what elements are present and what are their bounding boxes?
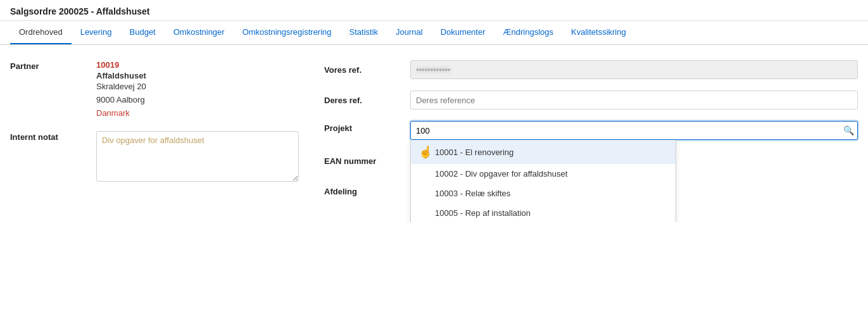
projekt-label: Projekt xyxy=(324,121,400,133)
tab-omkostninger[interactable]: Omkostninger xyxy=(165,21,234,44)
partner-value: 10019 Affaldshuset Skraldevej 20 9000 Aa… xyxy=(96,60,299,120)
partner-country: Danmark xyxy=(96,107,299,120)
projekt-search-button[interactable]: 🔍 xyxy=(839,121,858,140)
tab-dokumenter[interactable]: Dokumenter xyxy=(432,21,494,44)
deres-ref-input[interactable] xyxy=(410,91,858,110)
projekt-row: Projekt 🔍 ☝ 10001 - El renovering 1000 xyxy=(324,121,858,140)
dropdown-item[interactable]: 10003 - Relæ skiftes xyxy=(411,184,676,203)
dropdown-item-text: 10002 - Div opgaver for affaldshuset xyxy=(435,169,567,179)
projekt-input-wrap: 🔍 ☝ 10001 - El renovering 10002 - Div op… xyxy=(410,121,858,140)
search-icon: 🔍 xyxy=(843,125,854,135)
projekt-input-container: 🔍 xyxy=(410,121,858,140)
partner-label: Partner xyxy=(10,60,86,71)
form-content: Partner 10019 Affaldshuset Skraldevej 20… xyxy=(0,45,868,222)
vores-ref-input-wrap xyxy=(410,60,858,79)
internal-note-label: Internt notat xyxy=(10,131,86,142)
projekt-input[interactable] xyxy=(410,121,858,140)
dropdown-item[interactable]: 10005 - Rep af installation xyxy=(411,203,676,222)
dropdown-item-text: 10001 - El renovering xyxy=(435,148,513,157)
partner-address2: 9000 Aalborg xyxy=(96,94,299,107)
left-section: Partner 10019 Affaldshuset Skraldevej 20… xyxy=(10,60,299,212)
window-title: Salgsordre 200025 - Affaldshuset xyxy=(0,0,868,21)
tab-levering[interactable]: Levering xyxy=(72,21,121,44)
tab-budget[interactable]: Budget xyxy=(121,21,165,44)
projekt-dropdown-list: ☝ 10001 - El renovering 10002 - Div opga… xyxy=(410,140,676,222)
deres-ref-row: Deres ref. xyxy=(324,91,858,110)
afdeling-label: Afdeling xyxy=(324,187,400,196)
internal-note-field-row: Internt notat Div opgaver for affaldshus… xyxy=(10,131,299,184)
vores-ref-label: Vores ref. xyxy=(324,65,400,75)
partner-address1: Skraldevej 20 xyxy=(96,80,299,94)
partner-field-row: Partner 10019 Affaldshuset Skraldevej 20… xyxy=(10,60,299,120)
tab-ordrehoved[interactable]: Ordrehoved xyxy=(10,21,72,44)
internal-note-value: Div opgaver for affaldshuset xyxy=(96,131,299,184)
cursor-icon: ☝ xyxy=(418,145,431,159)
tab-aendringslogs[interactable]: Ændringslogs xyxy=(494,21,563,44)
deres-ref-input-wrap xyxy=(410,91,858,110)
tab-journal[interactable]: Journal xyxy=(387,21,432,44)
dropdown-item[interactable]: 10002 - Div opgaver for affaldshuset xyxy=(411,164,676,184)
tab-omkostningsregistrering[interactable]: Omkostningsregistrering xyxy=(234,21,341,44)
internal-note-textarea[interactable]: Div opgaver for affaldshuset xyxy=(96,131,299,182)
partner-name: Affaldshuset xyxy=(96,71,299,80)
tab-statistik[interactable]: Statistik xyxy=(341,21,387,44)
tab-bar: Ordrehoved Levering Budget Omkostninger … xyxy=(0,21,868,45)
partner-id-link[interactable]: 10019 xyxy=(96,60,299,70)
dropdown-item[interactable]: ☝ 10001 - El renovering xyxy=(411,140,676,164)
deres-ref-label: Deres ref. xyxy=(324,96,400,105)
dropdown-item-text: 10003 - Relæ skiftes xyxy=(435,189,510,198)
vores-ref-input[interactable] xyxy=(410,60,858,79)
dropdown-item-text: 10005 - Rep af installation xyxy=(435,208,531,218)
tab-kvalitetssikring[interactable]: Kvalitetssikring xyxy=(562,21,635,44)
ean-label: EAN nummer xyxy=(324,156,400,166)
vores-ref-row: Vores ref. xyxy=(324,60,858,79)
right-section: Vores ref. Deres ref. Projekt 🔍 xyxy=(324,60,858,212)
